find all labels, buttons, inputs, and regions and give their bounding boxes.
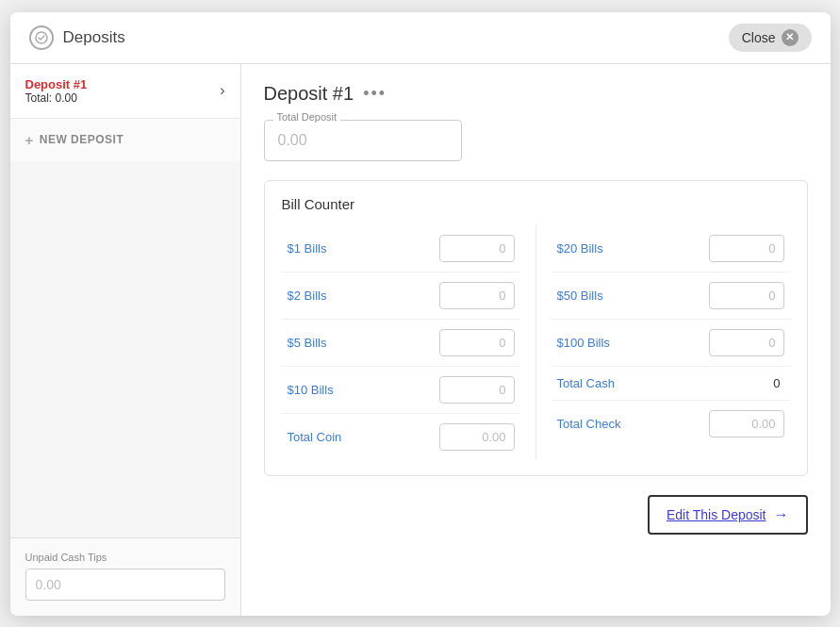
- deposit-list-item[interactable]: Deposit #1 Total: 0.00 ›: [10, 64, 240, 119]
- deposit-name: Deposit #1: [25, 77, 88, 91]
- check-icon: [29, 25, 54, 50]
- bill-label-4: $10 Bills: [288, 383, 334, 397]
- bill-row-1: $1 Bills: [282, 225, 520, 272]
- total-coin-input[interactable]: [439, 423, 515, 451]
- bill-row-cash: Total Cash 0: [552, 367, 790, 401]
- bill-input-1[interactable]: [439, 235, 515, 262]
- new-deposit-label: NEW DEPOSIT: [40, 133, 124, 146]
- chevron-right-icon: ›: [220, 82, 224, 99]
- sidebar-empty-area: [10, 161, 240, 537]
- deposit-total: Total: 0.00: [25, 91, 88, 105]
- bill-label-3: $5 Bills: [288, 336, 327, 350]
- bill-input-3[interactable]: [439, 329, 515, 356]
- bill-counter-box: Bill Counter $1 Bills $2 Bills: [264, 180, 808, 476]
- deposit-info: Deposit #1 Total: 0.00: [25, 77, 88, 105]
- unpaid-tips-label: Unpaid Cash Tips: [25, 552, 225, 563]
- bill-input-2[interactable]: [439, 282, 515, 309]
- bill-row-2: $2 Bills: [282, 272, 520, 320]
- bill-row-3: $5 Bills: [282, 320, 520, 367]
- total-deposit-input[interactable]: [264, 120, 462, 161]
- bill-input-5[interactable]: [709, 235, 784, 262]
- bill-input-4[interactable]: [439, 376, 515, 404]
- bill-label-2: $2 Bills: [288, 289, 327, 303]
- deposit-detail-title: Deposit #1: [264, 83, 354, 105]
- total-cash-label: Total Cash: [557, 376, 615, 390]
- header-left: Deposits: [29, 25, 125, 50]
- edit-deposit-box[interactable]: Edit This Deposit →: [648, 495, 808, 535]
- main-content: Deposit #1 ••• Total Deposit Bill Counte…: [241, 64, 831, 616]
- total-cash-value: 0: [773, 376, 783, 390]
- bill-input-6[interactable]: [709, 282, 784, 309]
- deposits-modal: Deposits Close ✕ Deposit #1 Total: 0.00 …: [10, 12, 831, 616]
- bill-col-left: $1 Bills $2 Bills $5 Bills $10 Bill: [282, 225, 535, 460]
- close-button[interactable]: Close ✕: [729, 24, 812, 52]
- edit-deposit-section: Edit This Deposit →: [264, 495, 808, 535]
- bill-label-1: $1 Bills: [288, 241, 327, 256]
- bill-row-coin: Total Coin: [282, 414, 520, 460]
- bill-label-6: $50 Bills: [557, 289, 603, 303]
- bill-row-5: $20 Bills: [552, 225, 790, 272]
- bill-col-right: $20 Bills $50 Bills $100 Bills Tota: [535, 225, 790, 460]
- modal-header: Deposits Close ✕: [10, 12, 831, 64]
- deposit-menu-dots[interactable]: •••: [363, 84, 387, 104]
- modal-body: Deposit #1 Total: 0.00 › + NEW DEPOSIT U…: [10, 64, 831, 616]
- bill-row-4: $10 Bills: [282, 367, 520, 414]
- bill-row-7: $100 Bills: [552, 320, 790, 367]
- bill-label-5: $20 Bills: [557, 241, 603, 256]
- bill-input-7[interactable]: [709, 329, 784, 356]
- close-x-icon: ✕: [782, 29, 799, 46]
- edit-deposit-label: Edit This Deposit: [667, 507, 766, 522]
- sidebar: Deposit #1 Total: 0.00 › + NEW DEPOSIT U…: [10, 64, 241, 616]
- deposit-detail-header: Deposit #1 •••: [264, 83, 808, 105]
- bill-row-check: Total Check: [552, 401, 790, 447]
- plus-icon: +: [25, 132, 34, 148]
- modal-title: Deposits: [63, 28, 125, 47]
- unpaid-tips-input[interactable]: [25, 569, 225, 601]
- bill-counter-title: Bill Counter: [282, 196, 790, 212]
- total-check-input[interactable]: [709, 410, 784, 437]
- close-label: Close: [742, 30, 776, 45]
- total-deposit-field: Total Deposit: [264, 120, 462, 161]
- total-deposit-label: Total Deposit: [273, 111, 341, 123]
- bill-row-6: $50 Bills: [552, 272, 790, 320]
- bill-label-7: $100 Bills: [557, 336, 610, 350]
- new-deposit-button[interactable]: + NEW DEPOSIT: [10, 119, 240, 161]
- total-coin-label: Total Coin: [288, 430, 342, 444]
- total-check-label: Total Check: [557, 417, 621, 431]
- edit-arrow-icon: →: [774, 506, 789, 523]
- unpaid-tips-section: Unpaid Cash Tips: [10, 537, 240, 616]
